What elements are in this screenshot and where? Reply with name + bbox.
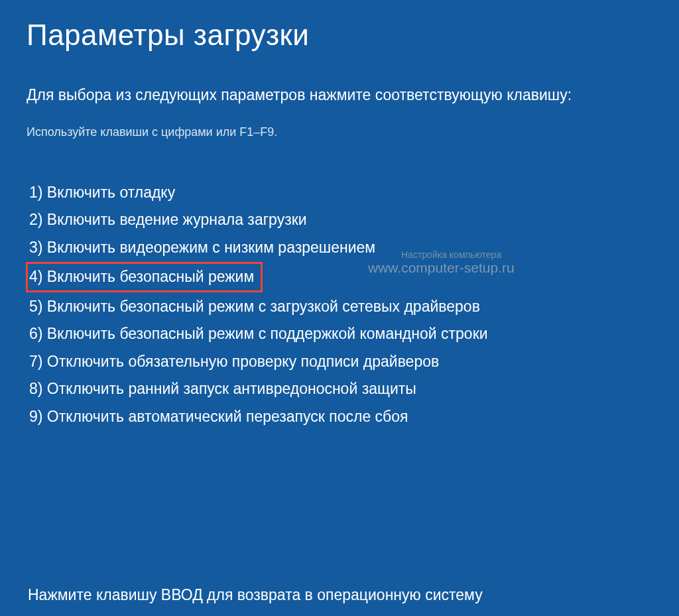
startup-option-8[interactable]: 8) Отключить ранний запуск антивредоносн… (27, 375, 652, 403)
footer-instruction: Нажмите клавишу ВВОД для возврата в опер… (28, 586, 483, 604)
startup-option-9[interactable]: 9) Отключить автоматический перезапуск п… (27, 403, 652, 431)
startup-option-4[interactable]: 4) Включить безопасный режим (27, 261, 652, 293)
startup-option-6[interactable]: 6) Включить безопасный режим с поддержко… (27, 320, 652, 348)
highlighted-option: 4) Включить безопасный режим (26, 262, 263, 292)
startup-options-list: 1) Включить отладку2) Включить ведение ж… (27, 179, 652, 431)
startup-option-3[interactable]: 3) Включить видеорежим с низким разрешен… (27, 234, 652, 262)
startup-option-1[interactable]: 1) Включить отладку (27, 179, 652, 207)
startup-option-5[interactable]: 5) Включить безопасный режим с загрузкой… (27, 293, 652, 321)
instruction-text: Для выбора из следующих параметров нажми… (27, 84, 652, 107)
startup-option-2[interactable]: 2) Включить ведение журнала загрузки (27, 206, 652, 234)
startup-option-7[interactable]: 7) Отключить обязательную проверку подпи… (27, 348, 652, 376)
hint-text: Используйте клавиши с цифрами или F1–F9. (27, 125, 652, 139)
page-title: Параметры загрузки (27, 19, 652, 52)
